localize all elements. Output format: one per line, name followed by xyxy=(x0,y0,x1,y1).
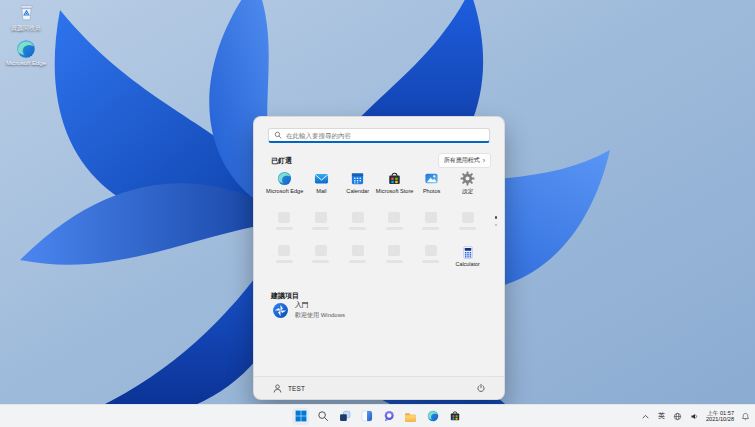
recycle-bin-icon xyxy=(18,3,35,24)
loading-tile xyxy=(339,212,376,230)
recommended-item-get-started[interactable]: 入門 歡迎使用 Windows xyxy=(268,298,349,322)
recommended-item-title: 入門 xyxy=(295,300,345,310)
desktop-icon-area: 資源回收筒 Microsoft Edge xyxy=(1,3,51,67)
user-name: TEST xyxy=(288,385,305,392)
windows-logo-icon xyxy=(295,410,307,422)
task-view-button[interactable] xyxy=(336,408,353,425)
clock-date: 2021/10/28 xyxy=(706,416,734,423)
taskbar-edge-button[interactable] xyxy=(424,408,441,425)
pinned-app-calculator[interactable]: Calculator xyxy=(449,245,486,267)
get-started-icon xyxy=(272,302,289,319)
page-dot[interactable] xyxy=(495,224,498,227)
taskbar: 英 上午 01:57 2021/10/28 xyxy=(0,404,755,427)
chevron-right-icon: › xyxy=(483,158,485,164)
all-apps-label: 所有應用程式 xyxy=(444,156,480,165)
bell-icon xyxy=(741,412,750,421)
widgets-button[interactable] xyxy=(358,408,375,425)
system-tray: 英 上午 01:57 2021/10/28 xyxy=(640,405,751,427)
user-account-button[interactable]: TEST xyxy=(270,381,307,396)
pinned-app-microsoft-store[interactable]: Microsoft Store xyxy=(376,171,414,196)
chevron-up-icon xyxy=(641,412,650,421)
all-apps-button[interactable]: 所有應用程式 › xyxy=(438,153,491,168)
calculator-icon xyxy=(461,245,475,260)
search-input[interactable] xyxy=(286,132,484,139)
clock[interactable]: 上午 01:57 2021/10/28 xyxy=(706,410,734,423)
taskbar-store-button[interactable] xyxy=(446,408,463,425)
pinned-app-settings[interactable]: 設定 xyxy=(450,171,486,196)
speaker-icon xyxy=(690,412,699,421)
recommended-item-text: 入門 歡迎使用 Windows xyxy=(295,300,345,320)
app-label: 設定 xyxy=(462,188,473,196)
app-label: Mail xyxy=(316,188,326,194)
loading-tile xyxy=(376,212,413,230)
app-label: Calculator xyxy=(456,261,480,267)
loading-tile xyxy=(376,245,413,267)
desktop-icon-label: 資源回收筒 xyxy=(11,25,41,32)
app-label: Microsoft Store xyxy=(376,188,414,194)
app-label: Microsoft Edge xyxy=(266,188,303,194)
loading-tile xyxy=(413,212,450,230)
loading-tile xyxy=(339,245,376,267)
desktop-icon-recycle-bin[interactable]: 資源回收筒 xyxy=(1,3,51,32)
loading-tile xyxy=(413,245,450,267)
ime-indicator[interactable]: 英 xyxy=(657,410,666,422)
edge-icon xyxy=(16,39,36,59)
start-menu: 已釘選 所有應用程式 › Microsoft Edge Mail Calenda… xyxy=(253,116,505,400)
pinned-app-photos[interactable]: Photos xyxy=(413,171,449,196)
pinned-app-calendar[interactable]: Calendar xyxy=(340,171,376,196)
search-icon xyxy=(274,131,282,139)
pinned-title: 已釘選 xyxy=(271,156,292,166)
pinned-section-header: 已釘選 所有應用程式 › xyxy=(271,153,491,168)
pinned-loading-row: Calculator xyxy=(266,245,486,267)
file-explorer-button[interactable] xyxy=(402,408,419,425)
edge-icon xyxy=(427,410,439,422)
pinned-app-mail[interactable]: Mail xyxy=(303,171,339,196)
hidden-icons-button[interactable] xyxy=(640,411,651,422)
pinned-app-microsoft-edge[interactable]: Microsoft Edge xyxy=(266,171,303,196)
chat-icon xyxy=(383,410,395,422)
mail-icon xyxy=(314,171,329,186)
loading-tile xyxy=(266,245,303,267)
notifications-button[interactable] xyxy=(740,411,751,422)
taskbar-search-button[interactable] xyxy=(314,408,331,425)
store-icon xyxy=(387,171,402,186)
search-icon xyxy=(317,410,329,422)
network-button[interactable] xyxy=(672,411,683,422)
store-icon xyxy=(449,410,461,422)
folder-icon xyxy=(404,410,417,423)
loading-tile xyxy=(303,212,340,230)
start-menu-footer: TEST xyxy=(254,376,504,399)
app-label: Calendar xyxy=(346,188,369,194)
widgets-icon xyxy=(361,410,373,422)
pinned-apps-grid: Microsoft Edge Mail Calendar Microsoft S… xyxy=(266,171,486,196)
page-dot-current[interactable] xyxy=(495,216,498,219)
calendar-icon xyxy=(350,171,365,186)
person-icon xyxy=(272,383,283,394)
edge-icon xyxy=(277,171,292,186)
volume-button[interactable] xyxy=(689,411,700,422)
loading-tile xyxy=(303,245,340,267)
power-button[interactable] xyxy=(474,381,488,395)
task-view-icon xyxy=(339,410,351,422)
start-search-box[interactable] xyxy=(268,128,490,143)
start-button[interactable] xyxy=(292,408,309,425)
globe-icon xyxy=(673,412,682,421)
settings-gear-icon xyxy=(460,171,475,186)
chat-button[interactable] xyxy=(380,408,397,425)
windows11-desktop: 資源回收筒 Microsoft Edge 已釘選 所有應用程式 › Micros… xyxy=(0,0,755,427)
desktop-icon-microsoft-edge[interactable]: Microsoft Edge xyxy=(1,39,51,67)
loading-tile xyxy=(449,212,486,230)
loading-tile xyxy=(266,212,303,230)
app-label: Photos xyxy=(423,188,440,194)
desktop-icon-label: Microsoft Edge xyxy=(6,60,46,67)
pinned-page-indicator xyxy=(495,216,498,226)
recommended-item-subtitle: 歡迎使用 Windows xyxy=(295,311,345,320)
pinned-loading-row xyxy=(266,212,486,230)
photos-icon xyxy=(424,171,439,186)
power-icon xyxy=(476,383,486,393)
